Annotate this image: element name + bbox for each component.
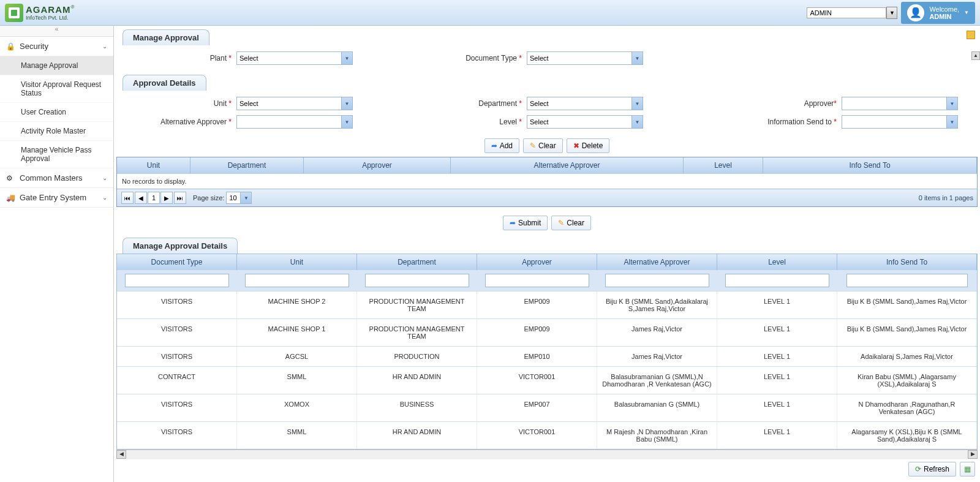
pager-page-input[interactable] (148, 192, 160, 204)
dropdown-icon[interactable]: ▼ (341, 116, 352, 128)
table-cell: Adaikalaraj S,James Raj,Victor (837, 347, 977, 366)
table-row[interactable]: CONTRACTSMMLHR AND ADMINVICTOR001Balasub… (117, 366, 977, 394)
col-unit2[interactable]: Unit (237, 254, 357, 270)
infosend-select[interactable]: ▼ (842, 115, 958, 129)
col-dept2[interactable]: Department (357, 254, 477, 270)
table-cell: SMML (237, 367, 357, 394)
truck-icon: 🚚 (6, 194, 16, 202)
col-level[interactable]: Level (684, 157, 763, 173)
pager-last-button[interactable]: ⏭ (174, 192, 186, 204)
sidebar-section-gate-entry[interactable]: 🚚 Gate Entry System ⌄ (0, 188, 113, 208)
filter-approver[interactable] (485, 274, 589, 287)
col-approver[interactable]: Approver (304, 157, 451, 173)
table-cell: Alagarsamy K (XSL),Biju K B (SMML Sand),… (837, 422, 977, 449)
sidebar-item-visitor-approval[interactable]: Visitor Approval Request Status (0, 75, 113, 103)
notes-icon[interactable] (967, 31, 975, 39)
filter-dept[interactable] (365, 274, 469, 287)
welcome-box[interactable]: 👤 Welcome, ADMIN ▼ (901, 2, 975, 24)
scroll-right-icon[interactable]: ▶ (968, 450, 978, 459)
filter-doctype[interactable] (125, 274, 228, 287)
department-label: Department (478, 99, 517, 108)
filter-infosend[interactable] (846, 274, 968, 287)
filter-level[interactable] (725, 274, 829, 287)
dropdown-icon[interactable]: ▼ (946, 116, 957, 128)
pager-next-button[interactable]: ▶ (160, 192, 173, 204)
doctype-select[interactable]: ▼ (527, 51, 643, 65)
pager-prev-button[interactable]: ◀ (135, 192, 147, 204)
level-label: Level (499, 118, 517, 126)
dropdown-icon[interactable]: ▼ (631, 116, 643, 128)
table-row[interactable]: VISITORSSMMLHR AND ADMINVICTOR001M Rajes… (117, 421, 977, 449)
col-altapprover[interactable]: Alternative Approver (451, 157, 684, 173)
sidebar-section-label: Gate Entry System (20, 193, 86, 202)
sidebar-item-vehicle-pass[interactable]: Manage Vehicle Pass Approval (0, 141, 113, 168)
logo-subtitle: InfoTech Pvt. Ltd. (26, 15, 74, 21)
level-select[interactable]: ▼ (527, 115, 643, 129)
sidebar-collapse-button[interactable]: « (0, 26, 113, 37)
altapprover-select[interactable]: ▼ (236, 115, 353, 129)
submit-button[interactable]: ➦Submit (503, 216, 548, 230)
col-doctype[interactable]: Document Type (117, 254, 237, 270)
dropdown-icon[interactable]: ▼ (240, 192, 251, 203)
refresh-button[interactable]: ⟳Refresh (908, 462, 956, 476)
sidebar-section-common-masters[interactable]: ⚙ Common Masters ⌄ (0, 168, 113, 188)
scroll-up-icon[interactable]: ▲ (971, 51, 980, 60)
unit-label: Unit (214, 99, 227, 108)
table-cell: HR AND ADMIN (357, 367, 477, 394)
dropdown-icon[interactable]: ▼ (341, 97, 352, 110)
filter-unit[interactable] (245, 274, 349, 287)
table-row[interactable]: VISITORSAGCSLPRODUCTIONEMP010James Raj,V… (117, 346, 977, 366)
table-cell: EMP009 (477, 319, 597, 346)
dropdown-icon[interactable]: ▼ (631, 97, 643, 110)
col-level2[interactable]: Level (717, 254, 837, 270)
table-cell: LEVEL 1 (717, 347, 837, 366)
sidebar-section-security[interactable]: 🔒 Security ⌄ (0, 37, 113, 56)
table-row[interactable]: VISITORSMACHINE SHOP 2PRODUCTION MANAGEM… (117, 291, 977, 318)
sidebar-item-user-creation[interactable]: User Creation (0, 103, 113, 122)
plant-input[interactable] (237, 52, 341, 64)
infosend-label: Information Send to (767, 118, 832, 126)
delete-button[interactable]: ✖Delete (567, 138, 610, 153)
table-cell: PRODUCTION MANAGEMENT TEAM (357, 319, 477, 346)
approval-grid: Unit Department Approver Alternative App… (116, 157, 978, 207)
table-cell: VISITORS (117, 422, 237, 449)
col-approver2[interactable]: Approver (477, 254, 597, 270)
scroll-left-icon[interactable]: ◀ (116, 450, 126, 459)
table-row[interactable]: VISITORSMACHINE SHOP 1PRODUCTION MANAGEM… (117, 318, 977, 346)
dropdown-icon[interactable]: ▼ (631, 52, 643, 64)
col-infosend2[interactable]: Info Send To (837, 254, 977, 270)
table-row[interactable]: VISITORSXOMOXBUSINESSEMP007Balasubramani… (117, 394, 977, 421)
doctype-input[interactable] (527, 52, 631, 64)
table-cell: PRODUCTION (357, 347, 477, 366)
add-button[interactable]: ➦Add (484, 138, 519, 153)
sidebar-item-activity-role[interactable]: Activity Role Master (0, 122, 113, 141)
col-unit[interactable]: Unit (117, 157, 190, 173)
clear-button[interactable]: ✎Clear (523, 138, 563, 153)
export-button[interactable]: ▦ (960, 462, 975, 476)
col-altapprover2[interactable]: Alternative Approver (597, 254, 717, 270)
sidebar-item-manage-approval[interactable]: Manage Approval (0, 56, 113, 75)
table-cell: LEVEL 1 (717, 319, 837, 346)
table-cell: Biju K B (SMML Sand),Adaikalaraj S,James… (597, 292, 717, 318)
dropdown-icon[interactable]: ▼ (946, 97, 957, 110)
logo-icon (5, 4, 23, 22)
user-dropdown-input[interactable] (807, 7, 886, 18)
doctype-label: Document Type (466, 54, 517, 62)
clear2-button[interactable]: ✎Clear (551, 216, 591, 230)
page-size-select[interactable]: ▼ (226, 192, 252, 204)
user-dropdown-button[interactable]: ▼ (886, 7, 897, 19)
pager-first-button[interactable]: ⏮ (121, 192, 134, 204)
plant-select[interactable]: ▼ (236, 51, 353, 65)
table-cell: BUSINESS (357, 394, 477, 421)
unit-select[interactable]: ▼ (236, 97, 353, 110)
table-cell: XOMOX (237, 394, 357, 421)
col-department[interactable]: Department (190, 157, 304, 173)
table-cell: VISITORS (117, 292, 237, 318)
dropdown-icon[interactable]: ▼ (341, 52, 352, 64)
filter-altapprover[interactable] (605, 274, 709, 287)
page-title-tab: Manage Approval (123, 29, 209, 45)
col-infosend[interactable]: Info Send To (763, 157, 977, 173)
approver-select[interactable]: ▼ (842, 97, 958, 110)
department-select[interactable]: ▼ (527, 97, 643, 110)
horizontal-scrollbar[interactable]: ◀ ▶ (116, 450, 978, 459)
